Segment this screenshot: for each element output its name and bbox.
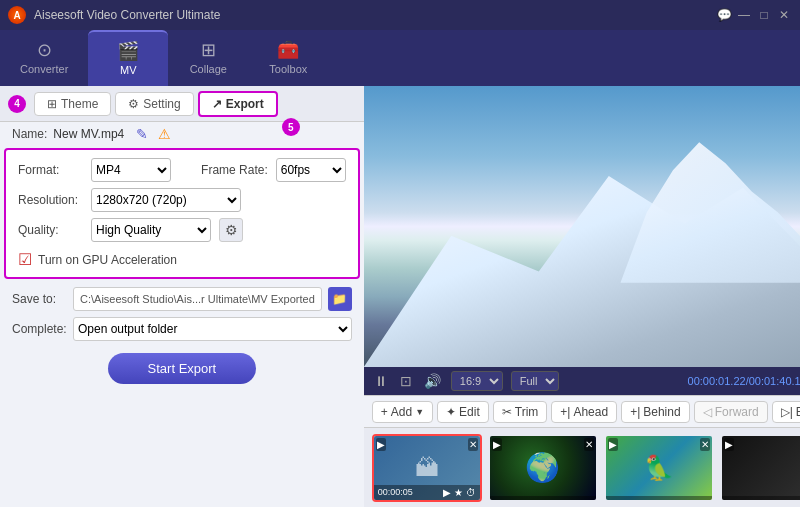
speaker-btn[interactable]: 🔊 [422, 371, 443, 391]
setting-label: Setting [143, 97, 180, 111]
right-panel: ⏸ ⊡ 🔊 16:9 Full 00:00:01.22/00:01:40.16 … [364, 86, 800, 507]
bottom-toolbar: + Add ▼ ✦ Edit ✂ Trim +| Ahead +| Behind… [364, 395, 800, 427]
mv-label: MV [120, 64, 137, 76]
nav-tabs: ⊙ Converter 🎬 MV ⊞ Collage 🧰 Toolbox [0, 30, 800, 86]
message-btn[interactable]: 💬 [716, 7, 732, 23]
film-clip-3[interactable]: 🦜 ▶ ✕ [604, 434, 714, 502]
name-value: New MV.mp4 [53, 127, 124, 141]
resolution-select[interactable]: 1280x720 (720p) [91, 188, 241, 212]
clip2-top-icons: ▶ ✕ [492, 438, 594, 451]
export-icon: ↗ [212, 97, 222, 111]
framerate-select[interactable]: 60fps [276, 158, 346, 182]
mountain-background [364, 86, 800, 367]
pause-btn[interactable]: ⏸ [372, 371, 390, 391]
tab-collage[interactable]: ⊞ Collage [168, 30, 248, 86]
clip1-overlay: 00:00:05 ▶ ★ ⏱ [374, 485, 480, 500]
film-clip-1[interactable]: 🏔 ▶ ✕ 00:00:05 ▶ ★ ⏱ [372, 434, 482, 502]
subtab-export[interactable]: ↗ Export [198, 91, 278, 117]
converter-label: Converter [20, 63, 68, 75]
clip1-star-icon[interactable]: ★ [454, 487, 463, 498]
toolbox-label: Toolbox [269, 63, 307, 75]
aspect-select[interactable]: 16:9 [451, 371, 503, 391]
format-label: Format: [18, 163, 83, 177]
quality-row: Quality: High Quality ⚙ [18, 218, 346, 242]
backward-icon: ▷| [781, 405, 793, 419]
converter-icon: ⊙ [37, 39, 52, 61]
theme-icon: ⊞ [47, 97, 57, 111]
clip1-time: 00:00:05 [378, 487, 413, 497]
resolution-row: Resolution: 1280x720 (720p) [18, 188, 346, 212]
subtab-setting[interactable]: ⚙ Setting [115, 92, 193, 116]
trim-btn[interactable]: ✂ Trim [493, 401, 548, 423]
save-label: Save to: [12, 292, 67, 306]
framerate-label: Frame Rate: [201, 163, 268, 177]
clip2-close-icon[interactable]: ✕ [584, 438, 594, 451]
app-title: Aiseesoft Video Converter Ultimate [34, 8, 708, 22]
stop-btn[interactable]: ⊡ [398, 371, 414, 391]
tab-toolbox[interactable]: 🧰 Toolbox [248, 30, 328, 86]
complete-row: Complete: Open output folder [0, 315, 364, 343]
mv-icon: 🎬 [117, 40, 139, 62]
resolution-label: Resolution: [18, 193, 83, 207]
tab-mv[interactable]: 🎬 MV [88, 30, 168, 86]
video-preview [364, 86, 800, 367]
theme-label: Theme [61, 97, 98, 111]
quality-select[interactable]: High Quality [91, 218, 211, 242]
clip1-top-icons: ▶ ✕ [376, 438, 478, 451]
complete-select[interactable]: Open output folder [73, 317, 352, 341]
clip4-overlay [722, 496, 800, 500]
add-btn[interactable]: + Add ▼ [372, 401, 433, 423]
step4-badge: 4 [8, 95, 26, 113]
backward-btn[interactable]: ▷| Backward [772, 401, 800, 423]
save-row: Save to: C:\Aiseesoft Studio\Ais...r Ult… [0, 283, 364, 315]
app-logo: A [8, 6, 26, 24]
forward-icon: ◁ [703, 405, 712, 419]
filmstrip: 🏔 ▶ ✕ 00:00:05 ▶ ★ ⏱ 🌍 [364, 427, 800, 507]
film-clip-4[interactable]: ▶ ✕ [720, 434, 800, 502]
collage-label: Collage [190, 63, 227, 75]
clip1-close-icon[interactable]: ✕ [468, 438, 478, 451]
titlebar: A Aiseesoft Video Converter Ultimate 💬 —… [0, 0, 800, 30]
behind-icon: +| [630, 405, 640, 419]
subtab-theme[interactable]: ⊞ Theme [34, 92, 111, 116]
gpu-checkbox[interactable]: ☑ [18, 250, 32, 269]
gpu-label: Turn on GPU Acceleration [38, 253, 177, 267]
maximize-btn[interactable]: □ [756, 7, 772, 23]
film-clip-2[interactable]: 🌍 ▶ ✕ [488, 434, 598, 502]
setting-icon: ⚙ [128, 97, 139, 111]
minimize-btn[interactable]: — [736, 7, 752, 23]
clip3-overlay [606, 496, 712, 500]
video-controls-bar: ⏸ ⊡ 🔊 16:9 Full 00:00:01.22/00:01:40.16 … [364, 367, 800, 395]
complete-label: Complete: [12, 322, 67, 336]
clip1-clock-icon[interactable]: ⏱ [466, 487, 476, 498]
behind-btn[interactable]: +| Behind [621, 401, 690, 423]
warn-icon[interactable]: ⚠ [158, 126, 171, 142]
quality-settings-btn[interactable]: ⚙ [219, 218, 243, 242]
gpu-row: ☑ Turn on GPU Acceleration [18, 250, 346, 269]
edit-icon[interactable]: ✎ [136, 126, 148, 142]
tab-converter[interactable]: ⊙ Converter [0, 30, 88, 86]
forward-btn[interactable]: ◁ Forward [694, 401, 768, 423]
clip2-overlay [490, 496, 596, 500]
save-browse-btn[interactable]: 📁 [328, 287, 352, 311]
view-select[interactable]: Full [511, 371, 559, 391]
clip1-type-icon: ▶ [376, 438, 386, 451]
format-select[interactable]: MP4 [91, 158, 171, 182]
ahead-btn[interactable]: +| Ahead [551, 401, 617, 423]
start-export-left-btn[interactable]: Start Export [108, 353, 257, 384]
folder-icon: 📁 [332, 292, 347, 306]
clip3-close-icon[interactable]: ✕ [700, 438, 710, 451]
clip1-play-icon[interactable]: ▶ [443, 487, 451, 498]
add-icon: + [381, 405, 388, 419]
name-row: Name: New MV.mp4 ✎ ⚠ 5 [0, 122, 364, 144]
time-display: 00:00:01.22/00:01:40.16 [688, 375, 800, 387]
close-btn[interactable]: ✕ [776, 7, 792, 23]
clip4-top-icons: ▶ ✕ [724, 438, 800, 451]
edit-icon: ✦ [446, 405, 456, 419]
save-path: C:\Aiseesoft Studio\Ais...r Ultimate\MV … [73, 287, 322, 311]
sub-tabs: 4 ⊞ Theme ⚙ Setting ↗ Export [0, 86, 364, 122]
edit-btn[interactable]: ✦ Edit [437, 401, 489, 423]
main-area: 4 ⊞ Theme ⚙ Setting ↗ Export Name: New M… [0, 86, 800, 507]
toolbox-icon: 🧰 [277, 39, 299, 61]
left-panel: 4 ⊞ Theme ⚙ Setting ↗ Export Name: New M… [0, 86, 364, 507]
